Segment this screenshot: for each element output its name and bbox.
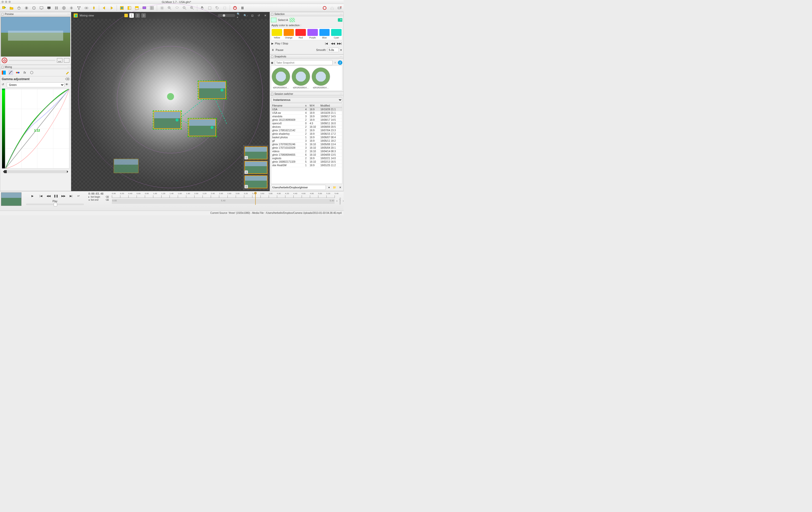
tab-brush-icon[interactable] <box>65 70 70 75</box>
zoom-clear-view-icon[interactable]: ✕ <box>263 13 268 18</box>
layout-a-icon[interactable] <box>119 5 125 11</box>
go-start-icon[interactable]: |◀ <box>38 193 44 199</box>
snapshot-item-2[interactable]: s2018102914… <box>312 67 330 89</box>
power-icon[interactable] <box>232 5 238 11</box>
marker-yellow-icon[interactable] <box>91 5 97 11</box>
forward-icon[interactable]: ▶▶| <box>337 41 342 46</box>
pause-button[interactable]: ❚❚ <box>53 193 58 199</box>
select-pattern-icon[interactable] <box>289 18 295 22</box>
step-back-icon[interactable]: ◀◀ <box>46 193 51 199</box>
mini-source-2[interactable]: 1 <box>244 161 267 174</box>
panel-close-icon[interactable]: ⋯ <box>340 55 342 58</box>
layout-b-icon[interactable] <box>126 5 132 11</box>
monitor-icon[interactable] <box>46 5 52 11</box>
mini-source-3[interactable]: 1 <box>244 175 267 188</box>
gamma-gradient-bar[interactable] <box>2 89 5 169</box>
aspect-ratio-icon[interactable]: w:h <box>57 58 62 63</box>
set-end-mark-icon[interactable]: ◂ <box>88 199 90 201</box>
session-row[interactable]: glmix 170808094655616:1018/04/09 13:5 <box>271 153 342 157</box>
gamma-clear-icon[interactable]: ⌫ <box>65 77 69 81</box>
headphones-icon[interactable] <box>329 5 335 11</box>
go-end-icon[interactable]: ▶| <box>68 193 74 199</box>
processor-icon[interactable] <box>31 5 37 11</box>
gamma-visible-icon[interactable]: 👁 <box>65 83 69 87</box>
set-begin-mark-icon[interactable]: ▸ <box>88 195 90 198</box>
display-icon[interactable] <box>38 5 45 11</box>
session-row[interactable]: glmix 161219095609216:918/08/17 14:5 <box>271 118 342 122</box>
clear-end-icon[interactable]: ⌫ <box>106 199 109 201</box>
dock-icon[interactable] <box>271 55 273 58</box>
play-icon[interactable] <box>109 5 115 11</box>
loop-icon[interactable]: ↩ <box>76 193 81 199</box>
zoom-in-view-icon[interactable]: 🔍+ <box>237 13 242 18</box>
color-swatch-purple[interactable]: Purple <box>308 29 318 39</box>
slider-left-arrow-icon[interactable] <box>2 171 4 173</box>
info-icon[interactable]: i <box>338 60 342 65</box>
color-swatch-orange[interactable]: Orange <box>284 29 294 39</box>
source-thumb-4[interactable] <box>114 159 139 173</box>
preview-alpha-slider[interactable] <box>9 60 55 61</box>
zoom-fit-view-icon[interactable]: ⊡ <box>250 13 255 18</box>
pause-big-icon[interactable] <box>239 5 245 11</box>
snapshot-item-0[interactable]: s2018102914… <box>272 67 290 89</box>
dock-icon[interactable] <box>271 13 273 16</box>
session-mode-select[interactable]: Instantaneous <box>271 97 342 102</box>
color-swatch-red[interactable]: Red <box>295 29 306 39</box>
play-stop-icon[interactable]: ▶ <box>271 42 273 45</box>
current-source-thumb[interactable] <box>1 192 22 206</box>
panel-close-icon[interactable]: ⋯ <box>67 66 70 68</box>
zoom-out-view-icon[interactable]: 🔍- <box>243 13 248 18</box>
session-row[interactable]: gif316:918/05/11 18:2 <box>271 139 342 143</box>
tab-gamma-icon[interactable] <box>8 70 13 75</box>
pause-icon[interactable]: ⏸ <box>271 49 274 51</box>
panel-close-icon[interactable]: ⋯ <box>67 13 70 16</box>
playhead[interactable] <box>255 193 256 205</box>
mini-source-1[interactable]: 1 <box>244 147 267 159</box>
open-file-icon[interactable] <box>8 5 14 11</box>
crop-icon[interactable] <box>222 5 228 11</box>
snapshot-item-1[interactable]: s2018102914… <box>292 67 310 89</box>
network-icon[interactable] <box>76 5 82 11</box>
session-row[interactable]: USA sw416:918/10/28 21:1 <box>271 111 342 115</box>
session-table[interactable]: FilenamenW:HModified USA416:918/10/28 21… <box>271 104 342 167</box>
snowflake-icon[interactable] <box>68 5 75 11</box>
globe-icon[interactable] <box>61 5 67 11</box>
select-all-icon[interactable] <box>271 18 277 22</box>
color-swatch-cyan[interactable]: Cyan <box>331 29 342 39</box>
clear-begin-icon[interactable]: ⌫ <box>106 195 109 198</box>
tag-icon[interactable] <box>214 5 220 11</box>
tab-levels-icon[interactable] <box>15 70 20 75</box>
skip-back-icon[interactable]: |◀ <box>324 41 329 46</box>
dock-icon[interactable] <box>1 13 4 16</box>
tab-color-icon[interactable] <box>1 70 6 75</box>
gamma-reset-icon[interactable]: ↺ <box>2 83 6 87</box>
folder-remove-icon[interactable]: ✕ <box>338 185 342 190</box>
snapshot-delete-icon[interactable]: ✕ <box>334 61 336 64</box>
folder-dropdown-icon[interactable]: ▾ <box>327 185 331 190</box>
play-button[interactable]: ▶ <box>29 192 36 199</box>
panel-close-icon[interactable]: ⋯ <box>340 93 342 95</box>
record-icon[interactable] <box>322 5 327 11</box>
fullscreen-icon[interactable] <box>64 58 69 63</box>
camera-icon[interactable] <box>24 5 29 11</box>
window-controls[interactable] <box>1 1 11 3</box>
step-fwd-icon[interactable]: ▶▶ <box>61 193 66 199</box>
dock-icon[interactable] <box>1 66 4 68</box>
aperture-icon[interactable]: ◉ <box>271 61 273 64</box>
session-folder-input[interactable] <box>271 185 326 190</box>
preview-power-button[interactable]: ⏻ <box>2 58 7 63</box>
session-row[interactable]: glmix 160802171329516:1018/02/13 16:5 <box>271 160 342 164</box>
smooth-stepper-icon[interactable]: ▾ <box>340 49 342 52</box>
rewind-icon[interactable]: ◀◀ <box>330 41 335 46</box>
session-row[interactable]: svgtests216:918/02/21 14:0 <box>271 157 342 160</box>
panel-close-icon[interactable]: ⋯ <box>340 13 342 16</box>
clear-selection-button[interactable] <box>338 18 342 22</box>
zoom-reset-view-icon[interactable]: ↺ <box>256 13 261 18</box>
snapshot-name-input[interactable] <box>275 60 332 65</box>
session-row[interactable]: basket photos116:918/06/07 08:4 <box>271 136 342 139</box>
timeline-ruler[interactable]: 0.000.200.400.600.801.001.201.401.601.80… <box>112 192 335 198</box>
mixing-center-icon[interactable] <box>167 93 174 100</box>
gamma-hslider[interactable] <box>4 170 67 173</box>
smooth-input[interactable] <box>328 48 339 52</box>
color-swatch-blue[interactable]: Blue <box>319 29 330 39</box>
